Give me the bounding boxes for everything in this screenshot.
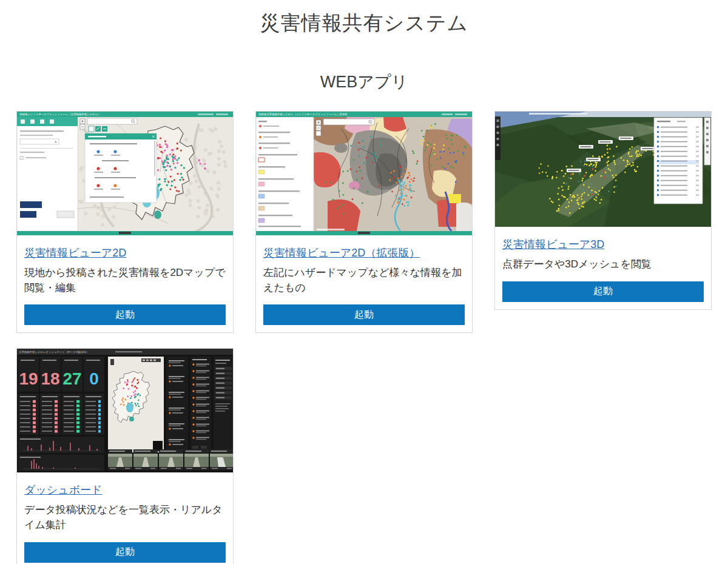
map-zoom-controls (316, 120, 321, 136)
viewer3d-link[interactable]: 災害情報ビューア3D (502, 237, 604, 252)
camera-photo-strip (108, 449, 233, 470)
page-title: 災害情報共有システム (0, 10, 728, 37)
right-mini-toolbar (704, 118, 710, 165)
viewer3d-description: 点群データや3Dメッシュを閲覧 (502, 257, 704, 272)
report-list-panel (190, 357, 211, 452)
viewer2d-launch-button[interactable]: 起動 (24, 304, 226, 325)
viewer2d-extended-launch-button[interactable]: 起動 (263, 304, 465, 325)
viewer2d-sidebar (17, 117, 78, 231)
dashboard-launch-button[interactable]: 起動 (24, 542, 226, 563)
viewer2d-ex-sidebar (256, 117, 314, 231)
viewer2d-link[interactable]: 災害情報ビューア2D (24, 246, 126, 260)
summary-table-panel (214, 357, 233, 452)
viewer2d-thumbnail: 長野県インフラデータプラットフォーム（災害情報共有システム） (17, 112, 233, 235)
dashboard-map-panel (108, 357, 164, 452)
viewer2d-extended-link[interactable]: 災害情報ビューア2D（拡張版） (263, 246, 420, 260)
section-title-webapps: WEBアプリ (0, 71, 728, 93)
layer-panel (654, 118, 703, 204)
viewer2d-extended-description: 左記にハザードマップなど様々な情報を加えたもの (263, 266, 465, 295)
kpi-value-3: 27 (62, 369, 81, 388)
status-list-panel (166, 357, 188, 452)
viewer2d-footer-bar (17, 231, 233, 235)
left-toolbar (495, 116, 500, 160)
card-viewer3d: 災害情報ビューア3D 点群データや3Dメッシュを閲覧 起動 (494, 111, 712, 310)
app-card-grid: 長野県インフラデータプラットフォーム（災害情報共有システム） 災害情報ビューア2… (0, 111, 728, 564)
dashboard-link[interactable]: ダッシュボード (24, 483, 103, 497)
kpi-value-1: 19 (19, 369, 38, 388)
search-box (87, 118, 137, 124)
dashboard-thumbnail: 災害情報共有システムダッシュボード（データ登録状況） 19 18 27 0 (17, 349, 233, 472)
viewer2d-header-bar: 長野県インフラデータプラットフォーム（災害情報共有システム） (17, 112, 233, 117)
card-viewer2d-extended: 長野県災害情報共有システム（インフラデータプラットフォーム）拡張版 災害情報ビュ… (255, 111, 473, 333)
viewer3d-launch-button[interactable]: 起動 (502, 281, 704, 302)
viewer2d-extended-thumbnail: 長野県災害情報共有システム（インフラデータプラットフォーム）拡張版 (256, 112, 472, 235)
legend-popup (85, 126, 157, 203)
kpi-value-2: 18 (41, 369, 59, 388)
dashboard-header-bar: 災害情報共有システムダッシュボード（データ登録状況） (17, 349, 233, 355)
card-dashboard: 災害情報共有システムダッシュボード（データ登録状況） 19 18 27 0 (16, 348, 234, 564)
viewer2d-description: 現地から投稿された災害情報を2Dマップで閲覧・編集 (24, 266, 226, 295)
card-viewer2d: 長野県インフラデータプラットフォーム（災害情報共有システム） 災害情報ビューア2… (16, 111, 234, 333)
viewer2d-ex-header-bar: 長野県災害情報共有システム（インフラデータプラットフォーム）拡張版 (256, 112, 472, 117)
viewer3d-thumbnail (495, 112, 711, 227)
dashboard-description: データ投稿状況などを一覧表示・リアルタイム集計 (24, 503, 226, 532)
search-box (323, 119, 374, 125)
kpi-value-4: 0 (89, 369, 99, 388)
